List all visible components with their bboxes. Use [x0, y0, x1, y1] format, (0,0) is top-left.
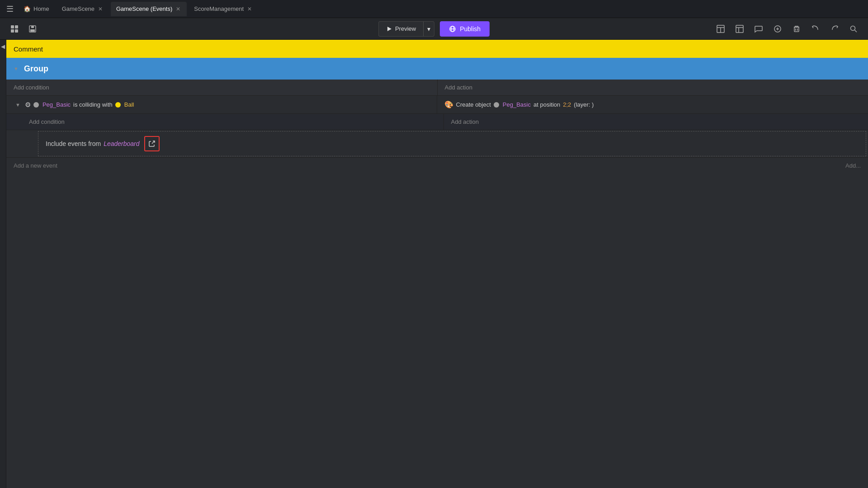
create-object-icon: 🎨: [444, 100, 453, 109]
add-icon-btn[interactable]: [770, 22, 785, 36]
sidebar-collapse-arrow[interactable]: ◀: [1, 43, 5, 50]
ca-header-row: Add condition Add action: [6, 80, 868, 96]
trash-icon: [793, 25, 801, 33]
event-action-cell-1[interactable]: 🎨 Create object Peg_Basic at position 2;…: [437, 96, 868, 113]
layer-text: (layer: ): [574, 101, 594, 108]
add-condition-header[interactable]: Add condition: [6, 80, 438, 95]
toolbar-center: Preview ▾ Publish: [378, 21, 490, 37]
add-action-header[interactable]: Add action: [438, 80, 868, 95]
menu-icon[interactable]: ☰: [4, 3, 16, 15]
save-icon: [28, 24, 37, 33]
gear-icon: ⚙: [25, 101, 31, 109]
chat-icon: [754, 24, 763, 33]
tab-gamescene[interactable]: GameScene ✕: [57, 2, 109, 16]
event-row-collapse[interactable]: ▼: [15, 102, 20, 108]
comment-label: Comment: [14, 45, 43, 53]
include-events-row: Include events from Leaderboard: [38, 131, 866, 156]
chat-icon-btn[interactable]: [751, 22, 766, 36]
publish-label: Publish: [460, 25, 481, 33]
add-action-label: Add action: [445, 84, 472, 91]
search-icon-btn[interactable]: [846, 22, 861, 36]
undo-icon: [811, 24, 820, 33]
tab-gamescene-events[interactable]: GameScene (Events) ✕: [111, 2, 187, 16]
sub-condition-cell[interactable]: Add condition: [6, 114, 444, 130]
add-event-footer: Add a new event Add...: [6, 157, 868, 174]
svg-rect-20: [794, 27, 799, 32]
tab-gamescene-events-close[interactable]: ✕: [175, 6, 181, 12]
globe-icon: [449, 25, 456, 33]
add-condition-label: Add condition: [14, 84, 49, 91]
leaderboard-link[interactable]: Leaderboard: [104, 140, 139, 147]
toolbar-left: [7, 22, 40, 36]
group-collapse-arrow[interactable]: ▼: [14, 66, 19, 71]
svg-line-24: [855, 30, 857, 32]
comment-row: Comment: [6, 40, 868, 58]
add-label[interactable]: Add...: [845, 162, 861, 169]
tabs-bar: ☰ 🏠 Home GameScene ✕ GameScene (Events) …: [0, 0, 868, 18]
add-new-event-label[interactable]: Add a new event: [14, 162, 57, 169]
peg-basic-circle: [33, 102, 39, 108]
sub-action-cell[interactable]: Add action: [444, 114, 868, 130]
toolbar: Preview ▾ Publish: [0, 18, 868, 40]
external-link-icon: [148, 140, 156, 148]
is-colliding-text: is colliding with: [73, 101, 113, 108]
toolbar-right: [713, 22, 861, 36]
home-icon: 🏠: [24, 5, 31, 12]
publish-button[interactable]: Publish: [440, 21, 490, 37]
layout-icon: [716, 24, 725, 33]
sub-event-row-1: Add condition Add action: [6, 114, 868, 130]
events-panel: Comment ▼ Group Add condition Add action…: [6, 40, 868, 488]
svg-marker-7: [387, 27, 392, 31]
tab-gamescene-close[interactable]: ✕: [97, 6, 104, 12]
preview-arrow-icon: ▾: [427, 25, 430, 33]
ball-label: Ball: [124, 101, 134, 108]
tab-scoremanagement[interactable]: ScoreManagement ✕: [189, 2, 258, 16]
svg-rect-5: [31, 26, 34, 28]
tab-scoremanagement-label: ScoreManagement: [194, 5, 244, 12]
group-row: ▼ Group: [6, 58, 868, 80]
svg-rect-2: [11, 29, 14, 33]
grid-icon-btn[interactable]: [7, 22, 22, 36]
svg-line-25: [152, 141, 155, 144]
peg-basic-action: Peg_Basic: [503, 101, 531, 108]
svg-rect-3: [15, 29, 18, 33]
layout2-icon: [735, 24, 744, 33]
undo-icon-btn[interactable]: [808, 22, 823, 36]
include-events-text: Include events from: [46, 140, 101, 147]
left-sidebar: ◀: [0, 40, 6, 488]
save-icon-btn[interactable]: [25, 22, 40, 36]
play-icon: [386, 26, 392, 32]
preview-label: Preview: [395, 25, 416, 32]
layout-icon-btn[interactable]: [713, 22, 728, 36]
external-link-button[interactable]: [144, 136, 160, 151]
sub-add-action-label: Add action: [451, 118, 479, 125]
trash-icon-btn[interactable]: [789, 22, 804, 36]
ball-circle: [115, 102, 121, 108]
redo-icon-btn[interactable]: [827, 22, 842, 36]
event-row-1: ▼ ⚙ Peg_Basic is colliding with Ball 🎨 C…: [6, 96, 868, 114]
preview-dropdown-button[interactable]: ▾: [423, 21, 434, 37]
event-condition-cell-1[interactable]: ▼ ⚙ Peg_Basic is colliding with Ball: [6, 96, 437, 113]
at-position-text: at position: [533, 101, 560, 108]
svg-rect-14: [736, 25, 743, 33]
sub-add-condition-label: Add condition: [29, 118, 65, 125]
layout2-icon-btn[interactable]: [732, 22, 747, 36]
redo-icon: [830, 24, 839, 33]
svg-rect-0: [11, 25, 14, 28]
tab-home-label: Home: [33, 5, 49, 12]
tab-scoremanagement-close[interactable]: ✕: [246, 6, 253, 12]
peg-basic-action-circle: [494, 102, 499, 108]
grid-icon: [10, 24, 19, 33]
group-label: Group: [24, 64, 48, 74]
tab-gamescene-label: GameScene: [62, 5, 94, 12]
tab-home[interactable]: 🏠 Home: [18, 2, 55, 16]
svg-rect-1: [15, 25, 18, 28]
peg-basic-condition: Peg_Basic: [42, 101, 71, 108]
svg-rect-6: [30, 29, 35, 32]
tab-gamescene-events-label: GameScene (Events): [116, 5, 172, 12]
coords-text: 2;2: [563, 101, 571, 108]
add-icon: [773, 24, 782, 33]
svg-point-23: [851, 26, 855, 30]
preview-button[interactable]: Preview: [378, 21, 423, 37]
search-icon: [849, 25, 858, 33]
